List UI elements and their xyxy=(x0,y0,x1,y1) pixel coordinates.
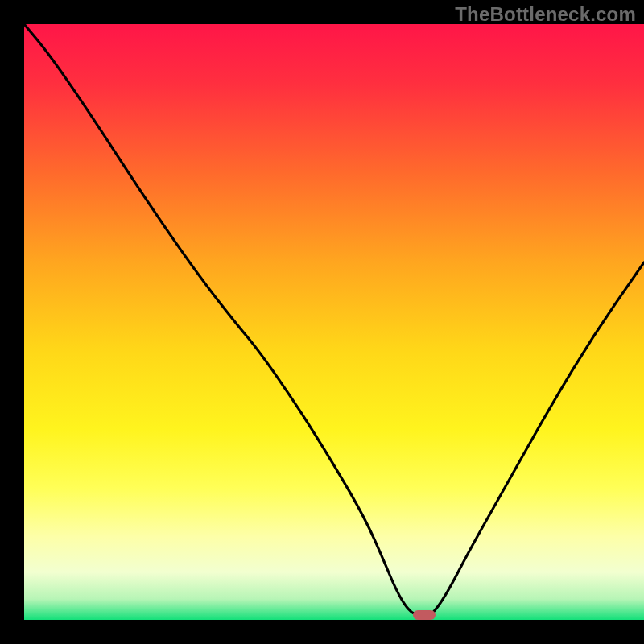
watermark-text: TheBottleneck.com xyxy=(455,3,636,26)
bottleneck-curve xyxy=(24,24,644,620)
chart-frame: TheBottleneck.com xyxy=(0,0,644,644)
optimal-point-marker xyxy=(413,610,436,620)
plot-area xyxy=(24,24,644,620)
